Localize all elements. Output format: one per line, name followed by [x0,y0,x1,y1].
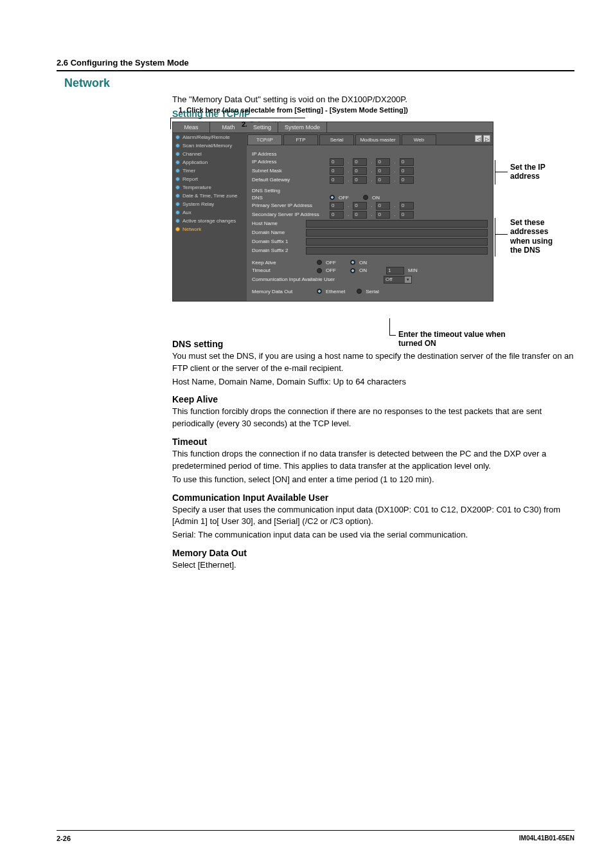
lbl-ip: IP Address [252,159,326,165]
commuser-dropdown[interactable]: Off▾ [384,276,412,284]
dns-p2: Host Name, Domain Name, Domain Suffix: U… [172,376,577,388]
chevron-down-icon: ▾ [405,276,411,283]
subtab-ftp[interactable]: FTP [283,134,318,145]
commuser-p1: Specify a user that uses the communicati… [172,504,577,529]
side-item-temperature[interactable]: Temperature [173,183,247,192]
footer: 2-26 IM04L41B01-65EN [57,830,574,842]
doc-id: IM04L41B01-65EN [519,835,574,842]
timeout-off-radio[interactable] [317,268,322,273]
annot-set-dns-l1: Set these [510,218,544,227]
lbl-suffix1: Domain Suffix 1 [252,239,302,244]
memdata-heading: Memory Data Out [172,548,577,558]
side-item-timer[interactable]: Timer [173,167,247,175]
side-item-aux[interactable]: Aux [173,208,247,217]
annot-set-dns-l4: the DNS [510,246,540,255]
keepalive-heading: Keep Alive [172,394,577,404]
mem-ethernet-radio[interactable] [317,289,322,294]
side-item-alarm[interactable]: Alarm/Relay/Remote [173,133,247,141]
annot-set-ip-l2: address [510,172,540,181]
timeout-on-radio[interactable] [350,268,355,273]
group-ip-title: IP Address [252,151,488,157]
lbl-host: Host Name [252,221,302,226]
lbl-domain: Domain Name [252,230,302,235]
side-item-scan[interactable]: Scan interval/Memory [173,141,247,150]
annot-set-dns-l3: when using [510,237,553,246]
bottom-callout-hline [389,335,396,336]
keepalive-on-radio[interactable] [350,260,355,265]
main-panel: Setting System Mode TCP/IP FTP Serial Mo… [247,122,493,301]
annot-set-ip-l1: Set the IP [510,163,546,172]
subtab-serial[interactable]: Serial [319,134,354,145]
keepalive-p: This function forcibly drops the connect… [172,406,577,430]
annot-line2 [495,234,508,235]
ip-a3[interactable]: 0 [376,158,390,166]
dns-off-radio[interactable] [330,195,335,200]
scroll-right-icon[interactable]: ▷ [483,135,490,142]
ip-a2[interactable]: 0 [353,158,367,166]
lbl-suffix2: Domain Suffix 2 [252,248,302,253]
dns-p1: You must set the DNS, if you are using a… [172,350,577,375]
annot-set-ip: Set the IP address [510,163,546,181]
side-item-sysrelay[interactable]: System Relay [173,200,247,208]
timeout-unit: MIN [408,267,418,273]
side-item-storage[interactable]: Active storage changes [173,217,247,225]
sidebar: Meas Math Alarm/Relay/Remote Scan interv… [173,122,247,301]
timeout-heading: Timeout [172,437,577,447]
main-top-tabs: Setting System Mode [247,122,493,133]
group-dns-title: DNS Setting [252,188,488,194]
bottom-callout-line [389,318,390,335]
suffix1-input[interactable] [306,238,488,246]
side-item-network[interactable]: Network [173,225,247,233]
lbl-timeout: Timeout [252,267,313,273]
section-header: 2.6 Configuring the System Mode [57,58,574,71]
main-body: IP Address IP Address 0. 0. 0. 0 Subnet … [247,145,493,301]
tab-setting[interactable]: Setting [247,122,278,132]
tab-system-mode[interactable]: System Mode [278,122,327,132]
mem-serial-radio[interactable] [357,289,362,294]
timeout-p2: To use this function, select [ON] and en… [172,474,577,486]
annot-line [495,172,508,172]
keepalive-off-radio[interactable] [317,260,322,265]
side-item-application[interactable]: Application [173,158,247,167]
side-item-report[interactable]: Report [173,175,247,183]
sub-tabs: TCP/IP FTP Serial Modbus master Web ◁ ▷ [247,133,493,145]
annot-set-dns-l2: addresses [510,227,548,236]
ip-a1[interactable]: 0 [330,158,344,166]
suffix2-input[interactable] [306,247,488,255]
dns-on-radio[interactable] [363,195,368,200]
subtab-tcpip[interactable]: TCP/IP [247,134,282,145]
annot-tick [495,160,495,185]
lbl-memdataout: Memory Data Out [252,289,313,294]
lbl-dns: DNS [252,195,326,201]
callout-1: 1. Click here (also selectable from [Set… [179,106,408,114]
page-number: 2-26 [57,835,71,842]
screenshot-wrap: 1. Click here (also selectable from [Set… [134,122,577,302]
commuser-p2: Serial: The communication input data can… [172,529,577,541]
lbl-subnet: Subnet Mask [252,168,326,174]
subtab-web[interactable]: Web [402,134,436,145]
lbl-gateway: Default Gateway [252,177,326,183]
domain-name-input[interactable] [306,229,488,237]
dns-heading: DNS setting [172,339,577,349]
memdata-p: Select [Ethernet]. [172,559,577,572]
annot-tick2 [495,218,495,257]
timeout-p1: This function drops the connection if no… [172,448,577,473]
scroll-left-icon[interactable]: ◁ [475,135,482,142]
page-title: Network [64,77,574,90]
ip-a4[interactable]: 0 [400,158,414,166]
annot-set-dns: Set these addresses when using the DNS [510,218,553,255]
host-name-input[interactable] [306,220,488,228]
subtab-modbus[interactable]: Modbus master [355,134,400,145]
intro-text: The "Memory Data Out" setting is void on… [172,94,577,106]
lbl-primary: Primary Server IP Address [252,203,326,208]
bottom-callout: Enter the timeout value when turned ON [398,330,506,348]
side-item-channel[interactable]: Channel [173,150,247,158]
commuser-heading: Communication Input Available User [172,493,577,503]
lbl-secondary: Secondary Server IP Address [252,212,326,217]
side-item-datetime[interactable]: Date & Time, Time zone [173,192,247,200]
lbl-keepalive: Keep Alive [252,260,313,266]
lbl-commuser: Communication Input Available User [252,276,351,282]
app-window: Meas Math Alarm/Relay/Remote Scan interv… [172,122,493,302]
timeout-value-input[interactable]: 1 [386,267,404,275]
